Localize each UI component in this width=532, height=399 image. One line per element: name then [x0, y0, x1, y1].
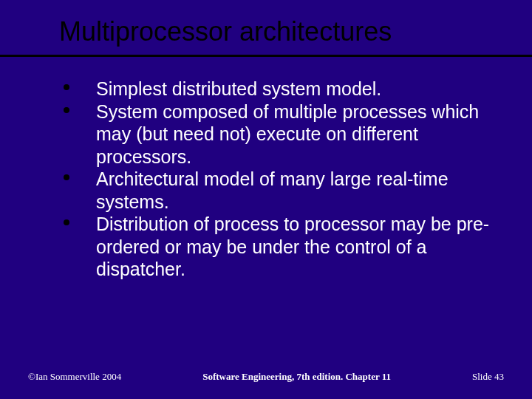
slide-label: Slide — [472, 371, 494, 382]
list-item: Simplest distributed system model. — [49, 78, 495, 100]
bullet-list: Simplest distributed system model. Syste… — [49, 78, 495, 281]
content-area: Simplest distributed system model. Syste… — [0, 57, 532, 281]
footer-slide-number: Slide 43 — [472, 371, 504, 383]
title-area: Multiprocessor architectures — [0, 0, 532, 47]
footer-book-title: Software Engineering, 7th edition. Chapt… — [121, 371, 472, 383]
bullet-icon — [64, 174, 69, 180]
bullet-text: Distribution of process to processor may… — [96, 214, 489, 279]
slide-title: Multiprocessor architectures — [59, 16, 532, 47]
slide: Multiprocessor architectures Simplest di… — [0, 0, 532, 399]
footer: ©Ian Sommerville 2004 Software Engineeri… — [0, 371, 532, 383]
slide-number-value: 43 — [494, 371, 504, 382]
bullet-icon — [64, 84, 69, 90]
list-item: Distribution of process to processor may… — [49, 213, 495, 281]
bullet-text: Simplest distributed system model. — [96, 78, 381, 99]
footer-copyright: ©Ian Sommerville 2004 — [28, 371, 121, 383]
bullet-text: System composed of multiple processes wh… — [96, 101, 479, 167]
bullet-text: Architectural model of many large real-t… — [96, 168, 449, 212]
bullet-icon — [64, 219, 69, 225]
bullet-icon — [64, 107, 69, 113]
list-item: System composed of multiple processes wh… — [49, 100, 495, 168]
list-item: Architectural model of many large real-t… — [49, 168, 495, 213]
